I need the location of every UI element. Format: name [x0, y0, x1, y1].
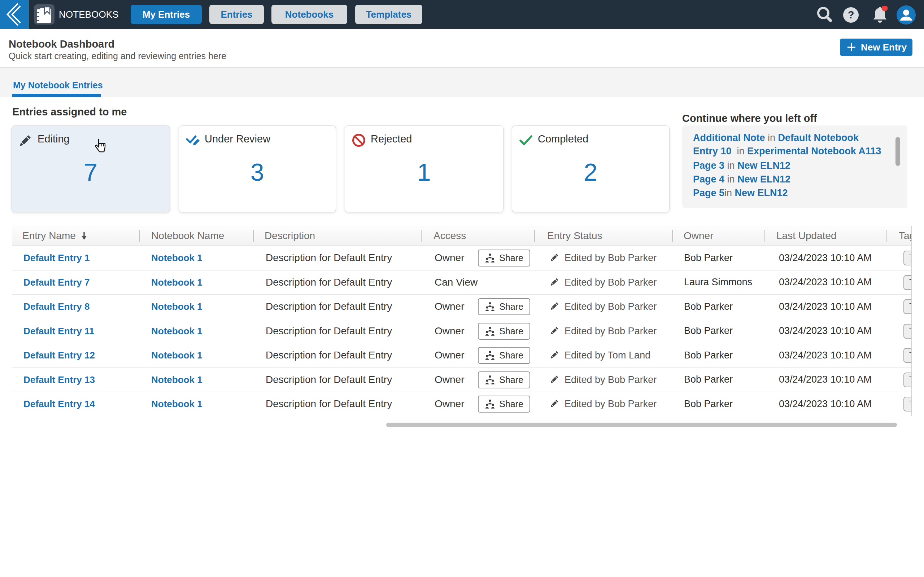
svg-text:?: ?: [848, 9, 855, 21]
